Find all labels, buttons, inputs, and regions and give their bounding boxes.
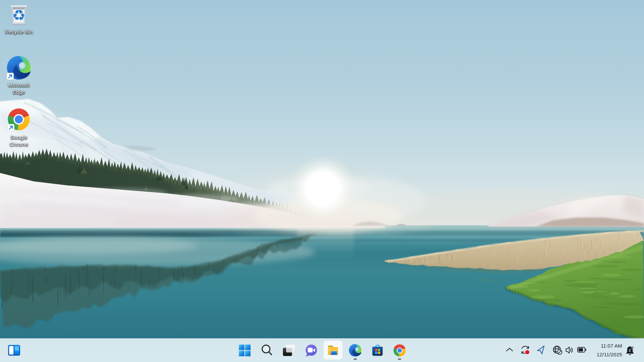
desktop: ♻ Recycle Bin MicrosoftEdge GoogleChrome… xyxy=(0,0,644,362)
clock-date: 12/11/2025 xyxy=(597,350,622,359)
task-view-icon xyxy=(283,345,295,356)
svg-text:z: z xyxy=(629,348,631,353)
taskbar-start-button[interactable] xyxy=(235,341,254,360)
taskbar-task-view-button[interactable] xyxy=(279,341,298,360)
taskbar-file-explorer-button[interactable] xyxy=(324,341,342,360)
tray-chevron-up-icon[interactable] xyxy=(506,348,513,352)
search-icon xyxy=(261,344,273,356)
chat-icon xyxy=(305,344,317,357)
taskbar-edge-button[interactable] xyxy=(346,341,365,360)
tray-sync-icon[interactable] xyxy=(521,345,530,355)
shortcut-arrow-icon xyxy=(7,73,14,80)
taskbar-clock[interactable]: 11:07 AM12/11/2025 xyxy=(597,342,622,359)
desktop-icon-label: Recycle Bin xyxy=(0,28,38,35)
tray-volume-icon[interactable] xyxy=(566,346,574,354)
desktop-icon-label: Microsoft xyxy=(0,81,38,88)
desktop-icon-recycle-bin[interactable]: ♻ Recycle Bin xyxy=(0,5,38,35)
chrome-logo xyxy=(393,344,406,357)
tray-battery-icon[interactable] xyxy=(577,347,586,353)
tray-globe-offline-icon[interactable] xyxy=(553,346,562,355)
chrome-running-indicator xyxy=(398,358,401,360)
wallpaper-image xyxy=(0,0,644,362)
tray-location-icon[interactable] xyxy=(536,345,545,355)
taskbar-store-button[interactable] xyxy=(368,341,387,360)
bell-dnd-icon[interactable]: z z xyxy=(626,346,635,355)
shortcut-arrow-icon xyxy=(7,124,14,131)
desktop-icon-microsoft-edge[interactable]: MicrosoftEdge xyxy=(0,56,38,96)
widgets-icon xyxy=(8,345,20,356)
folder-icon xyxy=(327,345,339,356)
svg-text:z: z xyxy=(632,346,634,349)
windows-logo-icon xyxy=(239,345,251,356)
recycle-bin-icon: ♻ xyxy=(10,5,28,25)
taskbar-chrome-button[interactable] xyxy=(390,341,409,360)
taskbar: 11:07 AM12/11/2025 xyxy=(0,338,644,362)
desktop-icon-label: Google xyxy=(0,134,38,141)
svg-text:♻: ♻ xyxy=(12,7,25,24)
desktop-icon-google-chrome[interactable]: GoogleChrome xyxy=(0,108,38,148)
desktop-icon-label: Edge xyxy=(0,88,38,96)
edge-running-indicator xyxy=(354,358,357,360)
desktop-icon-label: Chrome xyxy=(0,141,38,148)
store-icon xyxy=(372,344,383,356)
taskbar-widgets-button[interactable] xyxy=(5,341,23,360)
clock-time: 11:07 AM xyxy=(597,342,622,350)
edge-logo xyxy=(349,344,362,357)
taskbar-chat-button[interactable] xyxy=(302,341,320,360)
taskbar-search-button[interactable] xyxy=(257,341,276,360)
